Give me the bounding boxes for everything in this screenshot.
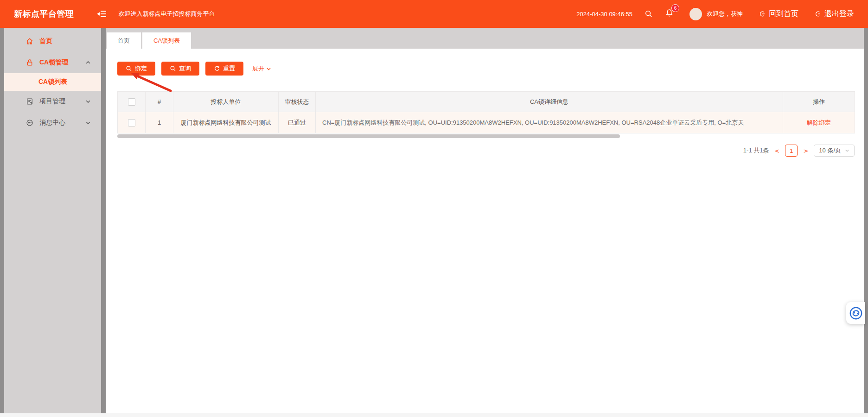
tab-home[interactable]: 首页 <box>107 32 141 49</box>
sidebar-item-label: 消息中心 <box>39 119 85 127</box>
bind-button-label: 绑定 <box>135 64 147 73</box>
unbind-link[interactable]: 解除绑定 <box>807 119 831 126</box>
select-all-cell <box>118 92 146 112</box>
tab-bar: 首页 CA锁列表 <box>106 28 864 49</box>
col-header-bidder: 投标人单位 <box>173 92 279 112</box>
col-header-action: 操作 <box>783 92 855 112</box>
chevron-down-icon <box>266 66 271 71</box>
main-content: 首页 CA锁列表 绑定 查询 <box>106 28 864 413</box>
sidebar-item-ca-lock-list[interactable]: CA锁列表 <box>4 73 101 91</box>
reset-button[interactable]: 重置 <box>205 62 243 76</box>
app-window: 新标点平台管理 欢迎进入新标点电子招投标商务平台 2024-04-30 09:4… <box>0 0 868 417</box>
row-checkbox[interactable] <box>128 119 135 126</box>
sidebar-right-scrollbar[interactable] <box>101 28 106 413</box>
sidebar-item-home[interactable]: 首页 <box>4 31 101 52</box>
notification-badge: 6 <box>671 4 679 12</box>
message-icon <box>26 119 35 127</box>
pagination: 1-1 共1条 < 1 > 10 条/页 <box>117 145 855 157</box>
row-ca-detail: CN=厦门新标点网络科技有限公司测试, OU=UID:91350200MA8W2… <box>316 112 783 133</box>
lock-icon <box>26 58 35 67</box>
refresh-icon <box>214 65 220 72</box>
back-home-icon <box>759 10 766 18</box>
tab-label: CA锁列表 <box>153 37 180 45</box>
notification-bell-icon[interactable]: 6 <box>665 8 674 19</box>
ca-lock-list-panel: 绑定 查询 重置 展开 <box>106 49 864 157</box>
row-bidder: 厦门新标点网络科技有限公司测试 <box>173 112 279 133</box>
page-horizontal-scrollbar-track[interactable] <box>0 413 868 417</box>
pagination-summary: 1-1 共1条 <box>743 146 769 155</box>
sidebar-menu: 首页 CA锁管理 CA锁列表 <box>4 31 101 133</box>
sidebar-item-label: 项目管理 <box>39 97 85 106</box>
col-header-index: # <box>146 92 173 112</box>
reset-button-label: 重置 <box>223 64 235 73</box>
sidebar-item-ca-lock-management[interactable]: CA锁管理 <box>4 52 101 73</box>
toolbar: 绑定 查询 重置 展开 <box>117 62 864 76</box>
sidebar: 首页 CA锁管理 CA锁列表 <box>0 28 106 413</box>
top-header: 新标点平台管理 欢迎进入新标点电子招投标商务平台 2024-04-30 09:4… <box>0 0 868 28</box>
home-icon <box>26 37 35 45</box>
sidebar-item-label: CA锁列表 <box>38 78 67 86</box>
table-header-row: # 投标人单位 审核状态 CA锁详细信息 操作 <box>118 92 855 112</box>
bind-button[interactable]: 绑定 <box>117 62 155 76</box>
page-1-button[interactable]: 1 <box>785 145 798 157</box>
tab-ca-lock-list[interactable]: CA锁列表 <box>142 32 191 49</box>
service-widget-button[interactable] <box>846 302 865 324</box>
app-logo: 新标点平台管理 <box>14 8 74 19</box>
query-button-label: 查询 <box>179 64 191 73</box>
sidebar-item-label: 首页 <box>39 37 91 45</box>
expand-label: 展开 <box>252 64 264 73</box>
welcome-text: 欢迎进入新标点电子招投标商务平台 <box>119 10 215 18</box>
page-size-select[interactable]: 10 条/页 <box>814 145 855 157</box>
query-button[interactable]: 查询 <box>161 62 199 76</box>
table-horizontal-scrollbar[interactable] <box>117 134 620 138</box>
row-select-cell <box>118 112 146 133</box>
page-vertical-scrollbar[interactable] <box>864 28 868 413</box>
tab-label: 首页 <box>118 37 130 45</box>
col-header-status: 审核状态 <box>279 92 316 112</box>
chevron-down-icon <box>85 99 91 104</box>
row-index: 1 <box>146 112 173 133</box>
row-status: 已通过 <box>279 112 316 133</box>
row-action-cell: 解除绑定 <box>783 112 855 133</box>
menu-fold-icon[interactable] <box>96 10 107 18</box>
ca-lock-table: # 投标人单位 审核状态 CA锁详细信息 操作 1 厦门新标点网络科技有限公司测… <box>117 91 855 133</box>
search-icon <box>126 65 132 72</box>
service-logo-icon <box>849 306 863 320</box>
sidebar-left-scrollbar[interactable] <box>0 28 4 413</box>
user-greeting[interactable]: 欢迎您，茯神 <box>707 10 743 18</box>
chevron-down-icon <box>845 148 849 153</box>
next-page-button[interactable]: > <box>802 147 809 154</box>
back-home-link[interactable]: 回到首页 <box>759 9 798 19</box>
table-row: 1 厦门新标点网络科技有限公司测试 已通过 CN=厦门新标点网络科技有限公司测试… <box>118 112 855 133</box>
select-all-checkbox[interactable] <box>128 98 135 106</box>
sidebar-item-project-management[interactable]: 项目管理 <box>4 91 101 112</box>
header-datetime: 2024-04-30 09:46:55 <box>576 11 632 18</box>
back-home-label: 回到首页 <box>769 9 798 19</box>
page-size-value: 10 条/页 <box>819 146 841 155</box>
sidebar-item-label: CA锁管理 <box>39 58 85 67</box>
logout-icon <box>814 10 822 18</box>
logout-label: 退出登录 <box>824 9 854 19</box>
expand-filters-link[interactable]: 展开 <box>252 64 271 73</box>
chevron-up-icon <box>85 60 91 65</box>
project-icon <box>26 97 35 106</box>
col-header-detail: CA锁详细信息 <box>316 92 783 112</box>
logout-link[interactable]: 退出登录 <box>814 9 854 19</box>
sidebar-item-message-center[interactable]: 消息中心 <box>4 112 101 133</box>
search-icon <box>170 65 176 72</box>
search-icon[interactable] <box>645 10 653 18</box>
prev-page-button[interactable]: < <box>774 147 781 154</box>
user-avatar[interactable] <box>689 8 702 20</box>
chevron-down-icon <box>85 120 91 126</box>
